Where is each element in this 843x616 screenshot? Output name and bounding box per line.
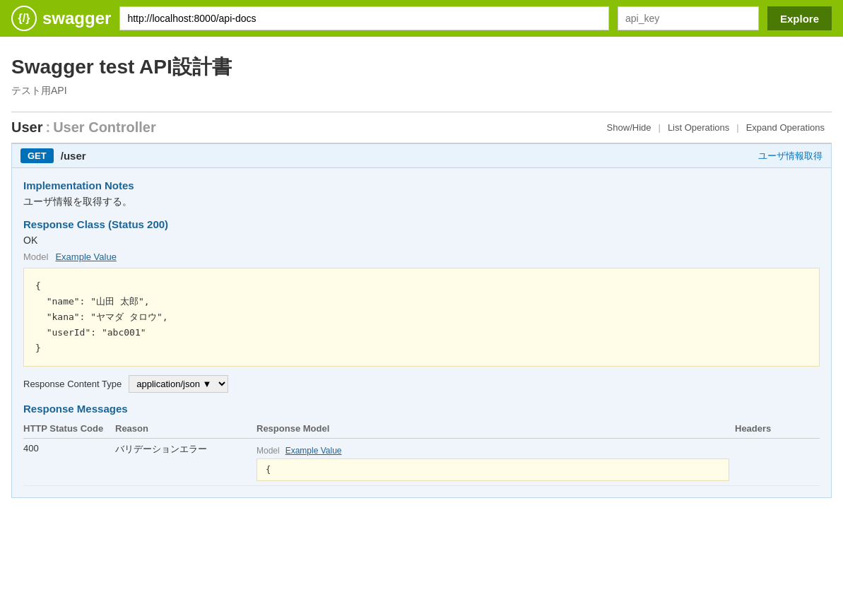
logo-text: swagger	[42, 8, 111, 28]
sub-code-block: {	[257, 458, 729, 481]
response-content-type-label: Response Content Type	[23, 379, 122, 389]
code-content: { "name": "山田 太郎", "kana": "ヤマダ タロウ", "u…	[35, 278, 808, 356]
page-subtitle: テスト用API	[11, 85, 832, 97]
api-row[interactable]: GET /user ユーザ情報取得	[11, 143, 832, 168]
api-row-left: GET /user	[20, 148, 86, 163]
response-content-type-select[interactable]: application/json ▼	[129, 375, 228, 393]
header: {/} swagger Explore	[0, 0, 843, 37]
impl-notes-text: ユーザ情報を取得する。	[23, 196, 820, 208]
page-title: Swagger test API設計書	[11, 54, 832, 81]
example-value-link[interactable]: Example Value	[55, 251, 116, 262]
explore-button[interactable]: Explore	[767, 6, 832, 30]
section-colon: :	[45, 119, 50, 135]
logo-area: {/} swagger	[11, 6, 111, 31]
response-messages-table: HTTP Status Code Reason Response Model H…	[23, 420, 820, 486]
api-summary: ユーザ情報取得	[758, 150, 823, 162]
main-content: Swagger test API設計書 テスト用API User:User Co…	[0, 37, 843, 509]
col-header-status: HTTP Status Code	[23, 420, 115, 439]
col-header-reason: Reason	[115, 420, 257, 439]
response-class-heading: Response Class (Status 200)	[23, 218, 820, 230]
example-code-block: { "name": "山田 太郎", "kana": "ヤマダ タロウ", "u…	[23, 268, 820, 367]
section-controller: User Controller	[53, 119, 156, 135]
col-header-headers: Headers	[735, 420, 820, 439]
section-actions: Show/Hide | List Operations | Expand Ope…	[600, 121, 832, 134]
sub-model-label: Model	[257, 446, 280, 456]
http-method-badge: GET	[20, 148, 54, 163]
api-key-input[interactable]	[618, 6, 759, 30]
response-class-value: OK	[23, 235, 820, 246]
reason-cell: バリデーションエラー	[115, 439, 257, 486]
url-input[interactable]	[119, 6, 609, 30]
headers-cell	[735, 439, 820, 486]
section-title: User:User Controller	[11, 119, 156, 136]
col-header-model: Response Model	[257, 420, 735, 439]
api-path: /user	[61, 150, 86, 162]
show-hide-link[interactable]: Show/Hide	[600, 121, 659, 134]
section-header: User:User Controller Show/Hide | List Op…	[11, 112, 832, 143]
impl-notes-heading: Implementation Notes	[23, 179, 820, 191]
status-code-cell: 400	[23, 439, 115, 486]
sub-example-value-link[interactable]: Example Value	[285, 446, 342, 456]
section-tag: User	[11, 119, 42, 135]
swagger-icon: {/}	[11, 6, 37, 31]
model-cell: Model Example Value {	[257, 439, 735, 486]
table-row: 400 バリデーションエラー Model Example Value {	[23, 439, 820, 486]
expand-operations-link[interactable]: Expand Operations	[739, 121, 832, 134]
response-messages-heading: Response Messages	[23, 403, 820, 415]
model-label: Model	[23, 251, 48, 262]
list-operations-link[interactable]: List Operations	[661, 121, 736, 134]
sub-model-row: Model Example Value	[257, 446, 729, 456]
model-row: Model Example Value	[23, 251, 820, 262]
content-panel: Implementation Notes ユーザ情報を取得する。 Respons…	[11, 168, 832, 498]
response-content-type-row: Response Content Type application/json ▼	[23, 375, 820, 393]
